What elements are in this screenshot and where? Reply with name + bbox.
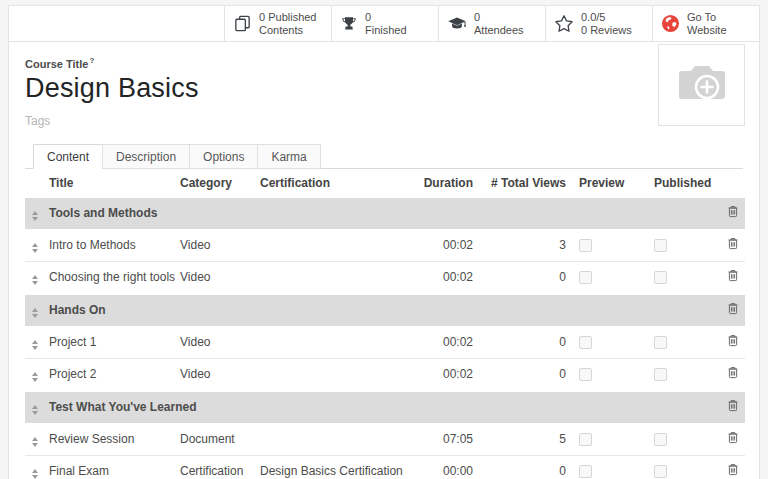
statusbar: 0 Published Contents 0 Finished xyxy=(9,6,759,42)
course-image-upload[interactable] xyxy=(658,44,745,126)
stat-attendees-button[interactable]: 0 Attendees xyxy=(438,6,545,41)
col-header-published[interactable]: Published xyxy=(640,169,720,197)
section-row[interactable]: Test What You've Learned xyxy=(25,391,745,424)
published-checkbox[interactable] xyxy=(654,465,667,478)
tab-karma[interactable]: Karma xyxy=(257,144,320,169)
stat-label: Website xyxy=(687,24,727,37)
go-to-website-button[interactable]: Go To Website xyxy=(652,6,759,41)
preview-checkbox[interactable] xyxy=(579,368,592,381)
published-checkbox[interactable] xyxy=(654,336,667,349)
published-checkbox[interactable] xyxy=(654,239,667,252)
stat-value: 0 xyxy=(474,11,524,24)
drag-handle-icon[interactable] xyxy=(29,306,41,320)
col-header-preview[interactable]: Preview xyxy=(574,169,640,197)
table-header-row: Title Category Certification Duration # … xyxy=(25,169,745,197)
graduation-cap-icon xyxy=(447,14,467,34)
copy-icon xyxy=(233,14,252,33)
content-duration: 00:02 xyxy=(406,358,481,391)
section-title[interactable]: Test What You've Learned xyxy=(45,391,720,424)
content-category: Video xyxy=(176,358,256,391)
content-views: 3 xyxy=(481,229,574,261)
drag-handle-icon[interactable] xyxy=(29,467,41,479)
content-title[interactable]: Choosing the right tools xyxy=(45,261,176,294)
content-duration: 00:02 xyxy=(406,326,481,358)
section-title[interactable]: Hands On xyxy=(45,294,720,327)
stat-finished-button[interactable]: 0 Finished xyxy=(331,6,438,41)
stat-label: Attendees xyxy=(474,24,524,37)
preview-checkbox[interactable] xyxy=(579,465,592,478)
content-certification xyxy=(256,358,406,391)
stat-value: 0 xyxy=(365,11,407,24)
content-category: Video xyxy=(176,229,256,261)
content-views: 0 xyxy=(481,326,574,358)
content-views: 0 xyxy=(481,261,574,294)
delete-row-icon[interactable] xyxy=(727,269,739,282)
drag-handle-icon[interactable] xyxy=(29,435,41,449)
content-row[interactable]: Intro to Methods Video 00:02 3 xyxy=(25,229,745,261)
drag-handle-icon[interactable] xyxy=(29,403,41,417)
delete-row-icon[interactable] xyxy=(727,431,739,444)
content-title[interactable]: Intro to Methods xyxy=(45,229,176,261)
section-row[interactable]: Tools and Methods xyxy=(25,197,745,230)
tab-content[interactable]: Content xyxy=(33,144,103,169)
stat-label: Contents xyxy=(259,24,317,37)
drag-handle-icon[interactable] xyxy=(29,209,41,223)
stat-value: Go To xyxy=(687,11,727,24)
content-category: Video xyxy=(176,261,256,294)
notebook-tabs: Content Description Options Karma xyxy=(25,144,743,169)
content-row[interactable]: Review Session Document 07:05 5 xyxy=(25,423,745,455)
preview-checkbox[interactable] xyxy=(579,433,592,446)
content-row[interactable]: Project 1 Video 00:02 0 xyxy=(25,326,745,358)
star-icon xyxy=(554,14,574,34)
stat-label: 0 Reviews xyxy=(581,24,632,37)
content-title[interactable]: Final Exam xyxy=(45,455,176,479)
published-checkbox[interactable] xyxy=(654,368,667,381)
content-certification xyxy=(256,261,406,294)
stat-reviews-button[interactable]: 0.0/5 0 Reviews xyxy=(545,6,652,41)
content-certification xyxy=(256,423,406,455)
preview-checkbox[interactable] xyxy=(579,239,592,252)
delete-row-icon[interactable] xyxy=(727,302,739,315)
tags-input[interactable]: Tags xyxy=(25,114,743,128)
content-title[interactable]: Project 1 xyxy=(45,326,176,358)
content-row[interactable]: Project 2 Video 00:02 0 xyxy=(25,358,745,391)
content-category: Video xyxy=(176,326,256,358)
content-duration: 00:02 xyxy=(406,261,481,294)
help-tooltip-marker: ? xyxy=(89,56,94,65)
delete-row-icon[interactable] xyxy=(727,237,739,250)
delete-row-icon[interactable] xyxy=(727,399,739,412)
tab-options[interactable]: Options xyxy=(189,144,258,169)
content-certification xyxy=(256,326,406,358)
content-row[interactable]: Final Exam Certification Design Basics C… xyxy=(25,455,745,479)
col-header-category[interactable]: Category xyxy=(176,169,256,197)
delete-row-icon[interactable] xyxy=(727,366,739,379)
drag-handle-icon[interactable] xyxy=(29,273,41,287)
delete-row-icon[interactable] xyxy=(727,205,739,218)
stat-published-contents-button[interactable]: 0 Published Contents xyxy=(224,6,331,41)
drag-handle-icon[interactable] xyxy=(29,370,41,384)
content-title[interactable]: Project 2 xyxy=(45,358,176,391)
section-title[interactable]: Tools and Methods xyxy=(45,197,720,230)
section-row[interactable]: Hands On xyxy=(25,294,745,327)
course-title-input[interactable]: Design Basics xyxy=(25,73,743,104)
col-header-title[interactable]: Title xyxy=(45,169,176,197)
col-header-views[interactable]: # Total Views xyxy=(481,169,574,197)
published-checkbox[interactable] xyxy=(654,271,667,284)
content-duration: 00:00 xyxy=(406,455,481,479)
content-row[interactable]: Choosing the right tools Video 00:02 0 xyxy=(25,261,745,294)
content-views: 0 xyxy=(481,455,574,479)
content-category: Document xyxy=(176,423,256,455)
preview-checkbox[interactable] xyxy=(579,336,592,349)
published-checkbox[interactable] xyxy=(654,433,667,446)
col-header-duration[interactable]: Duration xyxy=(406,169,481,197)
drag-handle-icon[interactable] xyxy=(29,338,41,352)
preview-checkbox[interactable] xyxy=(579,271,592,284)
content-title[interactable]: Review Session xyxy=(45,423,176,455)
delete-row-icon[interactable] xyxy=(727,334,739,347)
content-views: 0 xyxy=(481,358,574,391)
col-header-certification[interactable]: Certification xyxy=(256,169,406,197)
delete-row-icon[interactable] xyxy=(727,463,739,476)
tab-description[interactable]: Description xyxy=(102,144,190,169)
drag-handle-icon[interactable] xyxy=(29,241,41,255)
stat-label: Finished xyxy=(365,24,407,37)
